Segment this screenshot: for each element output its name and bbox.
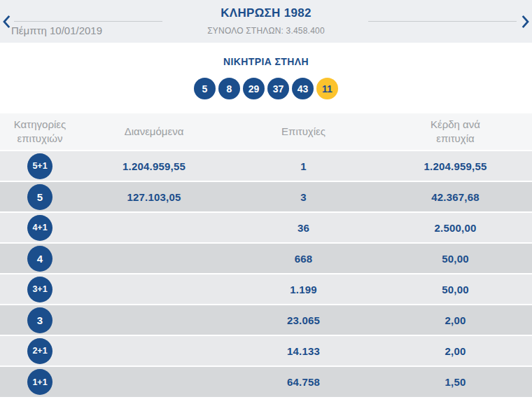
results-table-header: Κατηγορίες επιτυχιώνΔιανεμόμεναΕπιτυχίες… <box>0 113 532 151</box>
draw-header: ΚΛΗΡΩΣΗ 1982 ΣΥΝΟΛΟ ΣΤΗΛΩΝ: 3.458.400 <box>162 6 370 36</box>
cell-category: 4 <box>0 243 80 274</box>
column-header-epityxies: Επιτυχίες <box>228 113 379 151</box>
table-row: 3+11.19950,00 <box>0 274 532 305</box>
category-ball: 3+1 <box>27 277 52 302</box>
winning-number-ball: 29 <box>243 78 265 99</box>
cell-category: 4+1 <box>0 212 80 243</box>
winning-number-ball: 8 <box>218 78 240 99</box>
cell-kerdi: 2.500,00 <box>379 212 532 243</box>
category-ball: 5+1 <box>27 153 52 179</box>
table-row: 5+11.204.959,5511.204.959,55 <box>0 151 532 181</box>
cell-epityxies: 1 <box>228 151 379 181</box>
category-ball: 4 <box>27 246 52 272</box>
table-row: 4+1362.500,00 <box>0 212 532 243</box>
cell-kerdi: 1,50 <box>379 366 532 397</box>
cell-kerdi: 50,00 <box>379 243 532 274</box>
category-ball: 1+1 <box>27 369 52 395</box>
table-row: 466850,00 <box>0 243 532 274</box>
cell-kerdi: 50,00 <box>379 274 532 305</box>
column-header-dianemomena: Διανεμόμενα <box>80 113 228 151</box>
winning-number-ball: 43 <box>292 78 314 99</box>
cell-dianemomena <box>80 305 228 335</box>
column-header-kerdi: Κέρδη ανά επιτυχία <box>379 113 532 151</box>
table-row: 5127.103,05342.367,68 <box>0 181 532 212</box>
cell-epityxies: 23.065 <box>228 305 379 335</box>
table-row: 2+114.1332,00 <box>0 335 532 366</box>
cell-dianemomena: 1.204.959,55 <box>80 151 228 181</box>
cell-category: 5 <box>0 181 80 212</box>
cell-kerdi: 1.204.959,55 <box>379 151 532 181</box>
winning-number-ball: 5 <box>194 78 216 99</box>
draw-title: ΚΛΗΡΩΣΗ 1982 <box>162 6 370 20</box>
cell-epityxies: 3 <box>228 181 379 212</box>
column-header-label: Κατηγορίες επιτυχιών <box>6 118 74 146</box>
winning-numbers: 5829374311 <box>0 78 532 99</box>
total-columns-label: ΣΥΝΟΛΟ ΣΤΗΛΩΝ: 3.458.400 <box>162 26 370 36</box>
divider-line-right <box>368 21 517 22</box>
column-header-category: Κατηγορίες επιτυχιών <box>0 113 80 151</box>
cell-epityxies: 36 <box>228 212 379 243</box>
cell-dianemomena: 127.103,05 <box>80 181 228 212</box>
cell-dianemomena <box>80 243 228 274</box>
column-header-label: Διανεμόμενα <box>125 125 184 139</box>
draw-date: Πέμπτη 10/01/2019 <box>11 25 102 36</box>
cell-dianemomena <box>80 212 228 243</box>
cell-epityxies: 1.199 <box>228 274 379 305</box>
next-draw-button[interactable] <box>519 12 531 32</box>
chevron-right-icon <box>521 15 530 29</box>
chevron-left-icon <box>2 15 11 29</box>
cell-dianemomena <box>80 274 228 305</box>
divider-line-left <box>14 21 162 22</box>
results-table: Κατηγορίες επιτυχιώνΔιανεμόμεναΕπιτυχίες… <box>0 113 532 397</box>
cell-kerdi: 42.367,68 <box>379 181 532 212</box>
table-row: 1+164.7581,50 <box>0 366 532 397</box>
category-ball: 2+1 <box>27 338 52 364</box>
category-ball: 3 <box>27 307 52 333</box>
cell-category: 3+1 <box>0 274 80 305</box>
draw-navigator: ΚΛΗΡΩΣΗ 1982 ΣΥΝΟΛΟ ΣΤΗΛΩΝ: 3.458.400 Πέ… <box>0 0 532 43</box>
cell-kerdi: 2,00 <box>379 335 532 366</box>
cell-category: 3 <box>0 305 80 335</box>
cell-kerdi: 2,00 <box>379 305 532 335</box>
cell-epityxies: 14.133 <box>228 335 379 366</box>
table-row: 323.0652,00 <box>0 305 532 335</box>
cell-dianemomena <box>80 335 228 366</box>
cell-dianemomena <box>80 366 228 397</box>
cell-category: 5+1 <box>0 151 80 181</box>
cell-epityxies: 668 <box>228 243 379 274</box>
category-ball: 5 <box>27 184 52 210</box>
winning-number-ball: 37 <box>267 78 289 99</box>
column-header-label: Κέρδη ανά επιτυχία <box>422 118 489 146</box>
results-table-body: 5+11.204.959,5511.204.959,555127.103,053… <box>0 151 532 397</box>
category-ball: 4+1 <box>27 215 52 241</box>
winning-column-section: ΝΙΚΗΤΡΙΑ ΣΤΗΛΗ 5829374311 <box>0 43 532 113</box>
bonus-number-ball: 11 <box>316 78 338 99</box>
cell-category: 1+1 <box>0 366 80 397</box>
cell-epityxies: 64.758 <box>228 366 379 397</box>
winning-column-title: ΝΙΚΗΤΡΙΑ ΣΤΗΛΗ <box>0 56 532 67</box>
cell-category: 2+1 <box>0 335 80 366</box>
column-header-label: Επιτυχίες <box>281 125 326 139</box>
